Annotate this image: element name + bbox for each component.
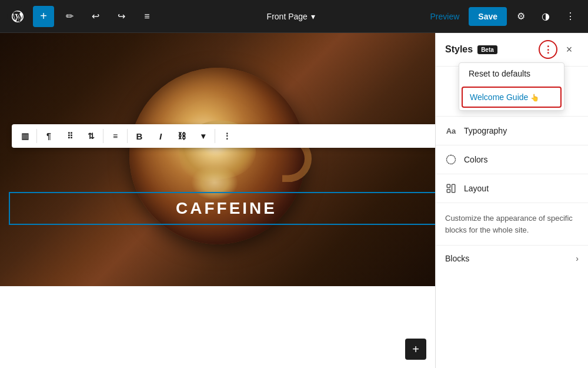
sidebar-close-button[interactable]: × — [560, 40, 579, 59]
text-block[interactable]: CAFFEINE — [9, 192, 435, 225]
svg-rect-1 — [447, 190, 450, 193]
contrast-icon: ◑ — [542, 11, 550, 22]
welcome-guide-item[interactable]: Welcome Guide — [462, 87, 562, 108]
colors-label: Colors — [464, 155, 579, 164]
styles-label: Styles — [445, 44, 473, 55]
canvas-inner: ▥ ¶ ⠿ ⇅ ≡ B I ⛓ ▾ ⋮ CAFFEINE — [0, 33, 435, 368]
block-toolbar: ▥ ¶ ⠿ ⇅ ≡ B I ⛓ ▾ ⋮ — [12, 124, 435, 148]
link-tool[interactable]: ⛓ — [171, 124, 192, 148]
blocks-chevron-icon: › — [576, 254, 579, 263]
typography-label: Typography — [464, 126, 579, 135]
bold-tool[interactable]: B — [129, 124, 150, 148]
move-arrows[interactable]: ⇅ — [81, 124, 102, 148]
main-area: ▥ ¶ ⠿ ⇅ ≡ B I ⛓ ▾ ⋮ CAFFEINE — [0, 33, 588, 368]
list-icon: ≡ — [144, 11, 149, 22]
beta-badge: Beta — [477, 45, 497, 54]
typography-icon: Aa — [445, 125, 457, 137]
coffee-image-section: ▥ ¶ ⠿ ⇅ ≡ B I ⛓ ▾ ⋮ CAFFEINE — [0, 33, 435, 286]
more-text-arrow[interactable]: ▾ — [192, 124, 213, 148]
save-button[interactable]: Save — [469, 7, 507, 26]
wp-logo[interactable] — [7, 6, 28, 27]
list-view-button[interactable]: ≡ — [136, 6, 158, 27]
typography-item[interactable]: Aa Typography — [436, 117, 588, 145]
redo-icon: ↪ — [118, 11, 125, 22]
paragraph-tool[interactable]: ¶ — [38, 124, 59, 148]
blocks-row[interactable]: Blocks › — [436, 246, 588, 271]
colors-item[interactable]: Colors — [436, 145, 588, 174]
drag-handle[interactable]: ⠿ — [59, 124, 81, 148]
block-options[interactable]: ⋮ — [216, 124, 238, 148]
close-icon: × — [566, 44, 573, 56]
sidebar-more-button[interactable]: ⋮ — [539, 40, 557, 59]
colors-icon — [445, 154, 457, 165]
svg-rect-2 — [452, 184, 455, 193]
toolbar-separator-3 — [127, 129, 128, 143]
add-block-button[interactable]: + — [33, 6, 54, 27]
chevron-down-icon: ▾ — [311, 12, 315, 21]
top-toolbar: + ✏ ↩ ↪ ≡ Front Page ▾ Preview Save ⚙ ◑ … — [0, 0, 588, 33]
undo-button[interactable]: ↩ — [85, 6, 106, 27]
toolbar-separator-1 — [36, 129, 37, 143]
italic-tool[interactable]: I — [150, 124, 171, 148]
canvas-area: ▥ ¶ ⠿ ⇅ ≡ B I ⛓ ▾ ⋮ CAFFEINE — [0, 33, 435, 368]
contrast-button[interactable]: ◑ — [535, 6, 556, 27]
gear-icon: ⚙ — [517, 11, 525, 22]
colors-section: Colors — [436, 145, 588, 174]
right-sidebar: Styles Beta ⋮ × Reset to defaults Welcom… — [435, 33, 588, 368]
page-title-button[interactable]: Front Page ▾ — [261, 8, 321, 25]
more-options-button[interactable]: ⋮ — [560, 6, 581, 27]
more-icon: ⋮ — [566, 11, 575, 22]
layout-icon — [445, 183, 457, 194]
toolbar-right: Preview Save ⚙ ◑ ⋮ — [425, 6, 582, 27]
typography-section: Aa Typography — [436, 117, 588, 145]
settings-button[interactable]: ⚙ — [510, 6, 532, 27]
undo-icon: ↩ — [92, 11, 99, 22]
toolbar-center: Front Page ▾ — [162, 8, 420, 25]
layout-label: Layout — [464, 184, 579, 193]
align-tool[interactable]: ≡ — [105, 124, 126, 148]
text-block-content: CAFFEINE — [176, 199, 277, 218]
toolbar-separator-2 — [103, 129, 103, 143]
add-block-floating-button[interactable]: + — [405, 339, 426, 360]
pencil-button[interactable]: ✏ — [59, 6, 80, 27]
redo-button[interactable]: ↪ — [111, 6, 132, 27]
wordpress-icon — [11, 9, 25, 24]
reset-defaults-item[interactable]: Reset to defaults — [459, 63, 564, 84]
pencil-icon: ✏ — [66, 11, 74, 22]
sidebar-header: Styles Beta ⋮ × Reset to defaults Welcom… — [436, 33, 588, 67]
sidebar-toggle-button[interactable]: ▥ — [14, 124, 35, 148]
white-section: + — [0, 286, 435, 368]
toolbar-separator-4 — [215, 129, 215, 143]
dropdown-popup: Reset to defaults Welcome Guide — [459, 62, 564, 111]
blocks-label: Blocks — [445, 254, 469, 263]
layout-section: Layout — [436, 174, 588, 203]
svg-rect-0 — [447, 184, 450, 187]
layout-item[interactable]: Layout — [436, 174, 588, 203]
sidebar-header-right: ⋮ × — [539, 40, 579, 59]
sidebar-description: Customize the appearance of specific blo… — [436, 203, 588, 246]
preview-button[interactable]: Preview — [425, 8, 466, 25]
vertical-dots-icon: ⋮ — [543, 44, 553, 55]
page-title-text: Front Page — [267, 12, 308, 21]
